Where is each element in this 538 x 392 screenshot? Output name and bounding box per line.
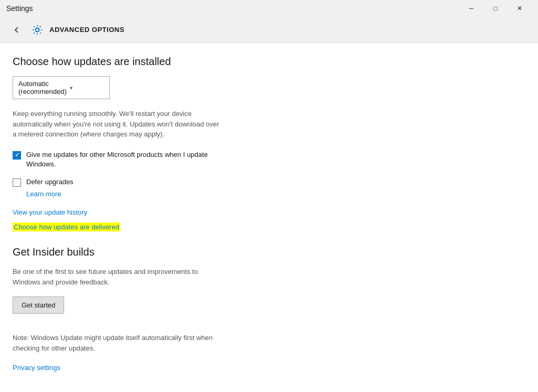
- chevron-down-icon: ▾: [70, 85, 104, 91]
- back-icon: [13, 26, 21, 34]
- defer-upgrades-checkbox[interactable]: [13, 178, 21, 187]
- update-description: Keep everything running smoothly. We'll …: [13, 109, 223, 140]
- gear-icon: [32, 24, 43, 36]
- title-bar-controls: ─ □ ✕: [459, 0, 532, 17]
- main-content: Choose how updates are installed Automat…: [0, 43, 538, 392]
- delivery-optimization-link[interactable]: Choose how updates are delivered: [13, 223, 120, 231]
- title-bar: Settings ─ □ ✕: [0, 0, 538, 17]
- defer-upgrades-label: Defer upgrades: [26, 177, 74, 187]
- note-text: Note: Windows Update might update itself…: [13, 333, 233, 353]
- microsoft-products-label: Give me updates for other Microsoft prod…: [26, 150, 233, 169]
- dropdown-value: Automatic (recommended): [18, 80, 67, 96]
- insider-description: Be one of the first to see future update…: [13, 267, 223, 287]
- microsoft-products-checkbox-row: Give me updates for other Microsoft prod…: [13, 150, 233, 169]
- update-history-link[interactable]: View your update history: [13, 208, 525, 216]
- microsoft-products-checkbox[interactable]: [13, 151, 21, 160]
- close-button[interactable]: ✕: [508, 0, 532, 17]
- title-bar-left: Settings: [6, 4, 33, 13]
- header-bar: ADVANCED OPTIONS: [0, 17, 538, 43]
- install-section-title: Choose how updates are installed: [13, 56, 525, 68]
- svg-point-0: [36, 28, 39, 31]
- privacy-settings-link[interactable]: Privacy settings: [13, 364, 525, 372]
- update-type-dropdown[interactable]: Automatic (recommended) ▾: [13, 76, 110, 99]
- insider-section-title: Get Insider builds: [13, 246, 525, 258]
- page-title: ADVANCED OPTIONS: [49, 26, 125, 34]
- get-started-button[interactable]: Get started: [13, 296, 64, 314]
- maximize-button[interactable]: □: [483, 0, 508, 17]
- minimize-button[interactable]: ─: [459, 0, 483, 17]
- defer-upgrades-row: Defer upgrades: [13, 177, 525, 187]
- learn-more-link[interactable]: Learn more: [26, 190, 525, 198]
- app-title: Settings: [6, 4, 33, 13]
- back-button[interactable]: [8, 22, 25, 38]
